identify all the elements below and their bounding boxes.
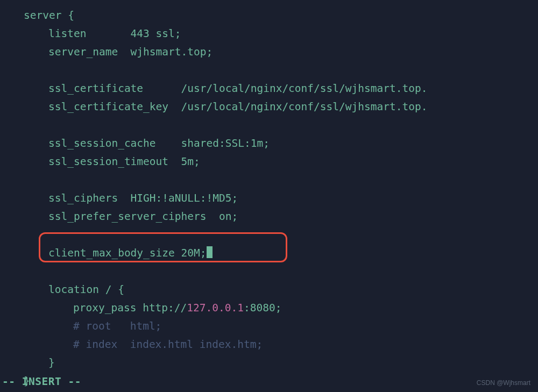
code-segment: proxy_pass http:// [73,302,187,314]
code-line [24,116,538,134]
code-segment: 127.0.0.1 [187,302,244,314]
code-line: ssl_certificate_key /usr/local/nginx/con… [24,98,538,116]
code-segment: # index index.html index.htm; [73,338,263,351]
code-segment: listen 443 ssl; [48,27,181,40]
code-segment: ssl_prefer_server_ciphers on; [48,210,238,223]
code-line: proxy_pass http://127.0.0.1:8080; [24,299,538,317]
code-line: ssl_certificate /usr/local/nginx/conf/ss… [24,80,538,98]
code-line: location / { [24,281,538,299]
csdn-watermark: CSDN @Wjhsmart [477,377,530,389]
code-segment: ssl_certificate_key /usr/local/nginx/con… [48,101,427,113]
code-line: } [24,372,538,390]
code-segment: server { [24,9,74,22]
code-line: ssl_session_timeout 5m; [24,153,538,171]
code-segment: # root html; [73,320,161,332]
code-segment: location / { [48,283,124,296]
code-segment: ssl_certificate /usr/local/nginx/conf/ss… [48,82,427,95]
text-cursor [207,246,213,258]
code-segment: ssl_session_cache shared:SSL:1m; [48,137,270,149]
code-line [24,61,538,80]
code-segment: ssl_ciphers HIGH:!aNULL:!MD5; [48,192,238,204]
code-line [24,226,538,244]
code-segment: } [48,357,55,369]
code-line: } [24,354,538,372]
nginx-config-code: server {listen 443 ssl;server_name wjhsm… [24,6,538,390]
code-segment: :8080; [244,302,281,314]
code-line [24,262,538,281]
code-segment: client_max_body_size 20M; [48,247,207,259]
code-line: server_name wjhsmart.top; [24,43,538,61]
code-segment: server_name wjhsmart.top; [48,46,213,58]
code-line: ssl_prefer_server_ciphers on; [24,208,538,226]
vim-mode-status: -- INSERT -- [2,373,81,391]
code-segment: ssl_session_timeout 5m; [48,155,200,168]
code-line: ssl_ciphers HIGH:!aNULL:!MD5; [24,189,538,208]
code-line: server { [24,6,538,25]
code-line [24,171,538,189]
code-line: ssl_session_cache shared:SSL:1m; [24,134,538,153]
code-line: # index index.html index.htm; [24,336,538,354]
code-line: listen 443 ssl; [24,25,538,43]
code-line: # root html; [24,317,538,336]
code-line: client_max_body_size 20M; [24,244,538,262]
